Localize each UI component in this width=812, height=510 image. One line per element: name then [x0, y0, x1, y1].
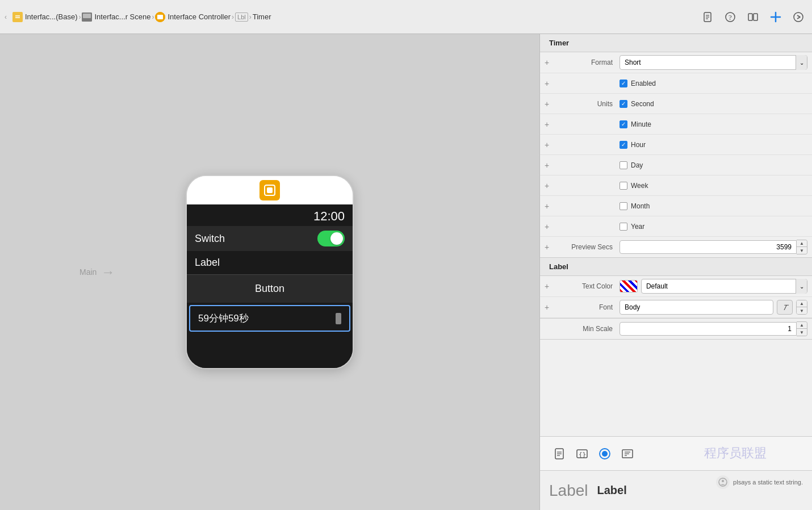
file-view-button[interactable] [698, 8, 717, 26]
min-scale-input[interactable] [620, 322, 797, 336]
controller-icon [155, 12, 165, 22]
hour-checkbox-row: Hour [620, 141, 646, 149]
preview-plus[interactable]: + [545, 243, 556, 252]
switch-toggle[interactable] [317, 231, 345, 246]
format-select[interactable]: Short ⌄ [620, 55, 807, 70]
main-text: Main [79, 267, 97, 277]
breadcrumb-timer[interactable]: Timer [253, 12, 271, 21]
base-file-icon [12, 12, 23, 22]
minute-plus[interactable]: + [545, 120, 556, 129]
text-color-select-value: Default [646, 282, 668, 290]
preview-text: plsays a static text string. [733, 479, 803, 486]
breadcrumb-scene[interactable]: Interfac...r Scene [82, 12, 150, 22]
enabled-value: Enabled [620, 80, 807, 87]
text-color-row: + Text Color Default ⌄ [540, 276, 812, 297]
second-value: Second [620, 100, 807, 108]
month-checkbox-row: Month [620, 202, 650, 210]
watch-timer-text: 59分钟59秒 [198, 312, 249, 325]
timer-section: Timer + Format Short ⌄ + [540, 34, 812, 258]
font-T-button[interactable]: 𝘛 [777, 300, 793, 315]
min-scale-decrement[interactable]: ▼ [797, 329, 807, 336]
minute-checkbox-row: Minute [620, 120, 651, 128]
week-plus[interactable]: + [545, 181, 556, 190]
add-destination-button[interactable] [767, 8, 785, 26]
toolbar-right: ? [698, 8, 807, 26]
enabled-plus[interactable]: + [545, 79, 556, 88]
text-color-value: Default ⌄ [620, 279, 807, 294]
breadcrumb-arrow-1: › [78, 13, 81, 21]
second-checkbox[interactable] [620, 100, 627, 108]
main-arrow-icon: → [101, 264, 115, 280]
format-plus[interactable]: + [545, 58, 556, 67]
breadcrumb-lbl[interactable]: Lbl [235, 12, 248, 22]
main-segue-label: Main → [79, 264, 115, 280]
size-inspector-btn[interactable] [617, 444, 638, 464]
year-label: Year [631, 223, 644, 231]
enabled-checkbox[interactable] [620, 80, 627, 87]
min-scale-increment[interactable]: ▲ [797, 322, 807, 329]
font-row: + Font Body 𝘛 ▲ ▼ [540, 297, 812, 318]
file-inspector-btn[interactable] [549, 444, 570, 464]
text-color-select[interactable]: Default ⌄ [641, 279, 807, 294]
watch-timer-handle[interactable] [336, 313, 341, 324]
text-color-plus[interactable]: + [545, 282, 556, 291]
editor-button[interactable] [744, 8, 762, 26]
minute-row: + Minute [540, 114, 812, 135]
year-checkbox[interactable] [620, 223, 627, 231]
help-button[interactable]: ? [721, 8, 739, 26]
svg-point-32 [722, 480, 724, 482]
min-scale-label: Min Scale [556, 325, 613, 333]
week-value: Week [620, 182, 807, 190]
preview-secs-input[interactable] [620, 240, 797, 254]
day-row: + Day [540, 155, 812, 175]
font-increment[interactable]: ▲ [797, 300, 807, 307]
format-value: Short ⌄ [620, 55, 807, 70]
breadcrumb-back-arrow[interactable]: ‹ [5, 13, 7, 21]
watch-top-bar [187, 176, 353, 204]
breadcrumb-controller[interactable]: Interface Controller [155, 12, 231, 22]
hour-value: Hour [620, 141, 807, 149]
font-label: Font [556, 303, 613, 311]
watch-content: 12:00 Switch Label Button 59分钟59秒 [187, 204, 353, 368]
min-scale-value: ▲ ▼ [620, 321, 807, 336]
breadcrumb-base[interactable]: Interfac...(Base) [12, 12, 77, 22]
day-checkbox[interactable] [620, 161, 627, 169]
identity-inspector-btn[interactable]: {} [572, 444, 592, 464]
month-plus[interactable]: + [545, 202, 556, 211]
bottom-preview: Label Label plsays a static text string.… [540, 470, 812, 510]
hour-checkbox[interactable] [620, 141, 627, 149]
preview-label-plain: Label [549, 482, 588, 500]
font-decrement[interactable]: ▼ [797, 307, 807, 314]
font-select-value: Body [625, 303, 640, 311]
week-checkbox[interactable] [620, 182, 627, 190]
timer-section-header: Timer [540, 34, 812, 52]
hour-plus[interactable]: + [545, 140, 556, 149]
watch-timer-row[interactable]: 59分钟59秒 [189, 305, 350, 332]
canvas-area: Main → 12:00 Switch Label Button 59分钟59秒 [0, 34, 539, 510]
preview-secs-value: ▲ ▼ [620, 240, 807, 254]
second-plus[interactable]: + [545, 99, 556, 108]
bottom-icon-group: {} [549, 444, 638, 464]
forward-button[interactable] [789, 8, 807, 26]
year-plus[interactable]: + [545, 222, 556, 231]
format-row: + Format Short ⌄ [540, 52, 812, 73]
format-select-arrow: ⌄ [796, 55, 807, 70]
month-label: Month [631, 202, 650, 210]
month-checkbox[interactable] [620, 202, 627, 210]
font-plus[interactable]: + [545, 303, 556, 312]
label-section-header: Label [540, 258, 812, 276]
svg-rect-14 [754, 14, 757, 20]
text-color-swatch[interactable] [620, 280, 638, 292]
breadcrumb: ‹ Interfac...(Base) › Interfac...r Scene… [5, 12, 696, 22]
attributes-inspector-btn[interactable] [595, 444, 615, 464]
day-plus[interactable]: + [545, 161, 556, 170]
preview-secs-decrement[interactable]: ▼ [797, 247, 807, 254]
minute-checkbox[interactable] [620, 120, 627, 128]
week-row: + Week [540, 175, 812, 196]
right-panel: Timer + Format Short ⌄ + [539, 34, 812, 510]
preview-secs-increment[interactable]: ▲ [797, 240, 807, 247]
font-select[interactable]: Body [620, 300, 773, 315]
preview-label-bold: Label [597, 484, 627, 497]
right-scroll: Timer + Format Short ⌄ + [540, 34, 812, 436]
watch-button-row[interactable]: Button [187, 275, 353, 303]
